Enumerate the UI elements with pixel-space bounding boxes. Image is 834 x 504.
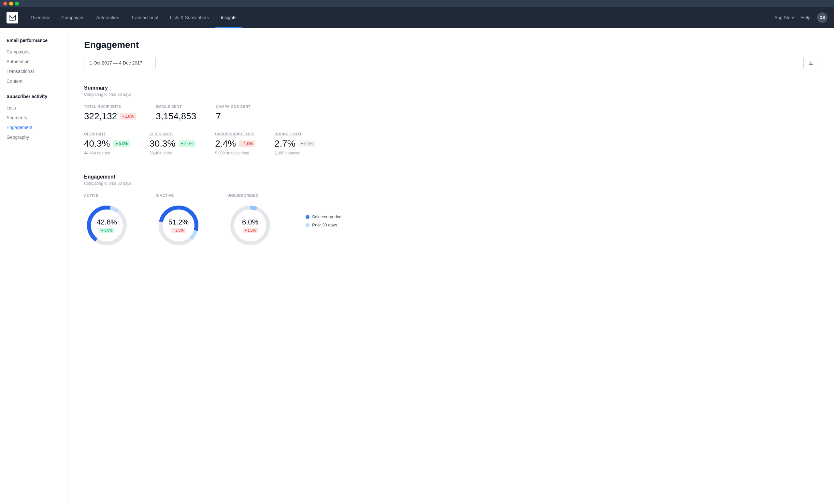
donut-badge-active: + 3.0% bbox=[100, 228, 115, 233]
donut-center-unsubscribed: 6.0% + 1.0% bbox=[242, 218, 258, 233]
sidebar-item-lists[interactable]: Lists bbox=[6, 103, 62, 113]
stat-value-row-campaigns: 7 bbox=[216, 111, 250, 122]
nav-lists-subscribers[interactable]: Lists & Subscribers bbox=[164, 7, 215, 28]
main-content: Engagement 1 Oct 2017 — 4 Dec 2017 Summa… bbox=[68, 28, 834, 504]
titlebar bbox=[0, 0, 834, 7]
donut-unsubscribed: UNSUBSCRIBED 6.0% + 1.0% bbox=[227, 194, 273, 248]
sidebar-item-engagement[interactable]: Engagement bbox=[6, 123, 62, 132]
sidebar-item-transactional[interactable]: Transactional bbox=[6, 66, 62, 76]
engagement-section: Engagement Comparing to prior 30 days AC… bbox=[84, 174, 818, 248]
donut-wrapper-inactive: 51.2% - 2.0% bbox=[156, 203, 201, 248]
engagement-title: Engagement bbox=[84, 174, 818, 180]
legend-item-prior: Prior 30 days bbox=[306, 222, 342, 227]
sidebar-item-automation[interactable]: Automation bbox=[6, 57, 62, 66]
stat-sublabel-unsub: 5,000 unsubscribed bbox=[215, 151, 255, 155]
legend-label-selected: Selected period bbox=[312, 214, 342, 219]
stat-open-rate: OPEN RATE 40.3% + 5.0% 44,464 opened bbox=[84, 132, 130, 155]
stat-value-bounce: 2.7% bbox=[275, 138, 295, 149]
stat-value-unsub: 2.4% bbox=[215, 138, 236, 149]
summary-title: Summary bbox=[84, 85, 818, 91]
stat-total-recipients: TOTAL RECIPIENTS 322,132 - 1.0% bbox=[84, 105, 136, 122]
logo[interactable] bbox=[6, 12, 18, 23]
sidebar: Email performance Campaigns Automation T… bbox=[0, 28, 68, 504]
stat-label-bounce: BOUNCE RATE bbox=[275, 132, 316, 136]
stat-sublabel-bounce: 2,000 bounced bbox=[275, 151, 316, 155]
donut-label-unsubscribed: UNSUBSCRIBED bbox=[227, 194, 258, 197]
stat-badge-bounce: + 0.0% bbox=[299, 140, 316, 147]
sidebar-section-title-subscriber: Subscriber activity bbox=[6, 94, 62, 99]
donut-center-active: 42.8% + 3.0% bbox=[97, 218, 117, 233]
stats-row-1: TOTAL RECIPIENTS 322,132 - 1.0% EMAILS S… bbox=[84, 105, 818, 122]
legend-item-selected: Selected period bbox=[306, 214, 342, 219]
nav-campaigns[interactable]: Campaigns bbox=[56, 7, 90, 28]
stat-value-row-recipients: 322,132 - 1.0% bbox=[84, 111, 136, 122]
stat-value-recipients: 322,132 bbox=[84, 111, 117, 122]
summary-section: Summary Comparing to prior 30 days TOTAL… bbox=[84, 85, 818, 155]
sidebar-item-segments[interactable]: Segments bbox=[6, 113, 62, 123]
donut-pct-active: 42.8% bbox=[97, 218, 117, 226]
logo-icon bbox=[9, 15, 16, 21]
page-title: Engagement bbox=[84, 40, 818, 50]
nav-right: App Store Help DS bbox=[774, 13, 828, 23]
minimize-dot[interactable] bbox=[9, 2, 13, 5]
download-icon bbox=[808, 60, 813, 65]
stat-value-row-open: 40.3% + 5.0% bbox=[84, 138, 130, 149]
legend: Selected period Prior 30 days bbox=[306, 214, 342, 227]
stat-badge-unsub: - 1.0% bbox=[239, 140, 255, 147]
stat-label-open: OPEN RATE bbox=[84, 132, 130, 136]
stat-campaigns-sent: CAMPAIGNS SENT 7 bbox=[216, 105, 250, 122]
stat-badge-open: + 5.0% bbox=[113, 140, 130, 147]
donut-pct-inactive: 51.2% bbox=[169, 218, 189, 226]
nav-insights[interactable]: Insights bbox=[215, 7, 242, 28]
download-button[interactable] bbox=[804, 57, 818, 69]
layout: Email performance Campaigns Automation T… bbox=[0, 28, 834, 504]
sidebar-section-title-email: Email performance bbox=[6, 38, 62, 43]
stat-unsubscribe-rate: UNSUBSCRIBE RATE 2.4% - 1.0% 5,000 unsub… bbox=[215, 132, 255, 155]
stat-emails-sent: EMAILS SENT 3,154,853 bbox=[156, 105, 196, 122]
sidebar-item-geography[interactable]: Geography bbox=[6, 132, 62, 142]
donut-row: ACTIVE 42.8% + 3.0% bbox=[84, 194, 818, 248]
stat-value-open: 40.3% bbox=[84, 138, 110, 149]
stat-value-row-click: 30.3% + 2.0% bbox=[150, 138, 196, 149]
stat-sublabel-click: 20,464 clicks bbox=[150, 151, 196, 155]
maximize-dot[interactable] bbox=[15, 2, 19, 5]
stats-row-2: OPEN RATE 40.3% + 5.0% 44,464 opened CLI… bbox=[84, 132, 818, 155]
nav-transactional[interactable]: Transactional bbox=[125, 7, 164, 28]
donut-center-inactive: 51.2% - 2.0% bbox=[169, 218, 189, 233]
svg-rect-1 bbox=[809, 65, 813, 65]
legend-dot-selected bbox=[306, 215, 309, 219]
nav-app-store[interactable]: App Store bbox=[774, 15, 795, 20]
navbar: Overview Campaigns Automation Transactio… bbox=[0, 7, 834, 28]
date-range-input[interactable]: 1 Oct 2017 — 4 Dec 2017 bbox=[84, 57, 156, 69]
sidebar-item-campaigns[interactable]: Campaigns bbox=[6, 47, 62, 57]
stat-label-campaigns: CAMPAIGNS SENT bbox=[216, 105, 250, 109]
engagement-subtitle: Comparing to prior 30 days bbox=[84, 181, 818, 186]
sidebar-section-email-performance: Email performance Campaigns Automation T… bbox=[6, 38, 62, 86]
donut-label-inactive: INACTIVE bbox=[156, 194, 174, 197]
nav-items: Overview Campaigns Automation Transactio… bbox=[25, 7, 774, 28]
sidebar-section-subscriber-activity: Subscriber activity Lists Segments Engag… bbox=[6, 94, 62, 142]
stat-value-campaigns: 7 bbox=[216, 111, 221, 122]
stat-label-click: CLICK RATE bbox=[150, 132, 196, 136]
stat-badge-recipients: - 1.0% bbox=[120, 113, 136, 119]
donut-label-active: ACTIVE bbox=[84, 194, 98, 197]
donut-active: ACTIVE 42.8% + 3.0% bbox=[84, 194, 130, 248]
stat-badge-click: + 2.0% bbox=[179, 140, 196, 147]
sidebar-item-content[interactable]: Content bbox=[6, 76, 62, 86]
stat-label-recipients: TOTAL RECIPIENTS bbox=[84, 105, 136, 109]
close-dot[interactable] bbox=[3, 2, 7, 5]
legend-label-prior: Prior 30 days bbox=[312, 222, 337, 227]
stat-bounce-rate: BOUNCE RATE 2.7% + 0.0% 2,000 bounced bbox=[275, 132, 316, 155]
svg-rect-0 bbox=[9, 15, 16, 20]
nav-overview[interactable]: Overview bbox=[25, 7, 56, 28]
nav-help[interactable]: Help bbox=[801, 15, 811, 20]
stat-value-click: 30.3% bbox=[150, 138, 175, 149]
stat-click-rate: CLICK RATE 30.3% + 2.0% 20,464 clicks bbox=[150, 132, 196, 155]
donut-pct-unsubscribed: 6.0% bbox=[242, 218, 258, 226]
nav-automation[interactable]: Automation bbox=[90, 7, 125, 28]
avatar[interactable]: DS bbox=[817, 13, 828, 23]
donut-wrapper-unsubscribed: 6.0% + 1.0% bbox=[227, 203, 273, 248]
donut-inactive: INACTIVE 51.2% - 2.0% bbox=[156, 194, 201, 248]
stat-label-emails: EMAILS SENT bbox=[156, 105, 196, 109]
donut-badge-inactive: - 2.0% bbox=[171, 228, 186, 233]
